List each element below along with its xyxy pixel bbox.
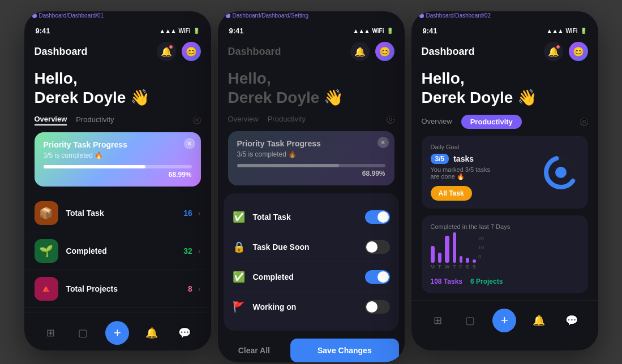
signal-icons-2: ▲▲▲ WiFi 🔋 <box>353 28 393 34</box>
notification-dot-1 <box>169 45 173 49</box>
signal-icons-1: ▲▲▲ WiFi 🔋 <box>160 28 200 34</box>
header-1: Dashboard 🔔 😊 <box>24 38 211 66</box>
toggle-due-soon[interactable] <box>365 240 390 254</box>
y-axis-labels: 20 10 0 <box>478 236 484 270</box>
close-button-2[interactable]: ✕ <box>378 137 389 148</box>
status-bar-2: 9:41 ▲▲▲ WiFi 🔋 <box>218 21 405 38</box>
bar-chart: M T W T F <box>431 236 477 270</box>
list-item-total-task[interactable]: 📦 Total Task 16 › <box>24 194 211 232</box>
tabs-2: Overview Productivity ⚙ <box>218 115 405 131</box>
nav-chat-3[interactable]: 💬 <box>561 310 582 331</box>
progress-bar-bg-1 <box>44 165 192 168</box>
settings-footer: Clear All Save Changes <box>218 331 405 362</box>
setting-icon-2: 🔒 <box>233 241 245 253</box>
bar-t1: T <box>438 253 441 270</box>
chart-area: M T W T F <box>431 236 579 273</box>
clear-all-button[interactable]: Clear All <box>224 339 285 362</box>
nav-add-1[interactable]: + <box>105 321 129 345</box>
toggle-thumb-2 <box>366 241 378 253</box>
completed-count: 32 <box>183 246 192 255</box>
arrow-icon-2: › <box>198 246 201 255</box>
notification-icon-3[interactable]: 🔔 <box>544 42 563 61</box>
tab-productivity-3[interactable]: Productivity <box>461 115 522 129</box>
toggle-completed[interactable] <box>365 270 390 284</box>
toggle-working-on[interactable] <box>365 300 390 314</box>
projects-icon: 🔺 <box>35 277 58 301</box>
tab-settings-2[interactable]: ⚙ <box>387 116 394 124</box>
toggle-total-task[interactable] <box>365 210 390 224</box>
projects-label: Total Projects <box>66 284 188 293</box>
tab-overview-3[interactable]: Overview <box>422 117 452 127</box>
bar-f: F <box>460 256 463 270</box>
setting-label-4: Working on <box>253 302 365 311</box>
tab-settings-1[interactable]: ⚙ <box>193 116 201 124</box>
priority-card-title-1: Priority Task Progress <box>44 140 192 149</box>
tab-productivity-1[interactable]: Productivity <box>76 115 114 125</box>
setting-icon-4: 🚩 <box>233 301 245 313</box>
avatar-1[interactable]: 😊 <box>182 42 201 61</box>
progress-bar-fill-1 <box>44 165 146 168</box>
header-title-2: Dashboard <box>228 46 281 58</box>
notification-icon-1[interactable]: 🔔 <box>157 42 176 61</box>
nav-square-1[interactable]: ▢ <box>73 323 93 343</box>
avatar-3[interactable]: 😊 <box>569 42 588 61</box>
goal-badge: 3/5 <box>431 154 449 164</box>
greeting-text-1: Hello,Derek Doyle 👋 <box>35 69 201 107</box>
greeting-2: Hello,Derek Doyle 👋 <box>218 66 405 115</box>
list-item-completed[interactable]: 🌱 Completed 32 › <box>24 232 211 270</box>
priority-card-2: Priority Task Progress 3/5 is completed … <box>228 131 394 185</box>
chart-card: Completed in the last 7 Days M T W <box>422 215 588 293</box>
tab-overview-1[interactable]: Overview <box>35 115 67 125</box>
progress-bar-fill-2 <box>237 164 340 167</box>
list-item-projects[interactable]: 🔺 Total Projects 8 › <box>24 270 211 308</box>
setting-icon-3: ✅ <box>233 271 245 283</box>
tab-productivity-2[interactable]: Productivity <box>268 115 306 124</box>
goal-count-row: 3/5 tasks <box>431 154 537 164</box>
setting-due-soon: 🔒 Task Due Soon <box>233 232 390 262</box>
goal-tasks-label: tasks <box>453 154 474 163</box>
screens-container: Dashboard/Dashboard/01 9:41 ▲▲▲ WiFi 🔋 D… <box>24 11 598 362</box>
toggle-thumb-4 <box>366 301 378 313</box>
header-2: Dashboard 🔔 😊 <box>218 38 405 66</box>
avatar-2[interactable]: 😊 <box>375 42 394 61</box>
nav-square-3[interactable]: ▢ <box>460 310 481 331</box>
priority-card-title-2: Priority Task Progress <box>237 139 385 148</box>
priority-card-1: Priority Task Progress 3/5 is completed … <box>35 132 201 187</box>
close-button-1[interactable]: ✕ <box>184 138 195 149</box>
tab-overview-2[interactable]: Overview <box>228 115 259 124</box>
arrow-icon-3: › <box>198 284 201 293</box>
notification-dot-3 <box>556 45 560 49</box>
toggle-thumb-1 <box>378 211 389 223</box>
greeting-text-3: Hello,Derek Doyle 👋 <box>422 69 588 107</box>
bottom-nav-1: ⊞ ▢ + 🔔 💬 <box>24 313 211 350</box>
signal-icons-3: ▲▲▲ WiFi 🔋 <box>547 28 587 34</box>
goal-chart <box>543 154 579 190</box>
greeting-3: Hello,Derek Doyle 👋 <box>411 66 598 115</box>
header-icons-2: 🔔 😊 <box>350 42 394 61</box>
setting-label-2: Task Due Soon <box>253 242 365 252</box>
time-1: 9:41 <box>36 27 50 35</box>
total-task-count: 16 <box>183 209 192 218</box>
nav-grid-3[interactable]: ⊞ <box>427 310 448 331</box>
projects-count: 8 <box>188 284 192 293</box>
header-title-3: Dashboard <box>422 46 475 58</box>
screen-2: Dashboard/Dashboard/Setting 9:41 ▲▲▲ WiF… <box>218 11 405 362</box>
bottom-nav-3: ⊞ ▢ + 🔔 💬 <box>411 300 598 338</box>
nav-add-3[interactable]: + <box>492 309 516 332</box>
tabs-1: Overview Productivity ⚙ <box>24 115 211 132</box>
header-icons-3: 🔔 😊 <box>544 42 588 61</box>
status-bar-3: 9:41 ▲▲▲ WiFi 🔋 <box>411 21 598 38</box>
arrow-icon-1: › <box>198 209 201 218</box>
setting-working-on: 🚩 Working on <box>233 292 390 322</box>
bar-t2: T <box>453 232 456 270</box>
nav-bell-3[interactable]: 🔔 <box>529 310 549 331</box>
svg-point-2 <box>555 167 567 178</box>
nav-grid-1[interactable]: ⊞ <box>40 323 61 343</box>
nav-bell-1[interactable]: 🔔 <box>141 323 162 343</box>
nav-chat-1[interactable]: 💬 <box>174 323 195 343</box>
donut-chart <box>543 154 579 190</box>
notification-icon-2[interactable]: 🔔 <box>350 42 370 61</box>
save-changes-button[interactable]: Save Changes <box>290 339 398 362</box>
all-task-button[interactable]: All Task <box>431 186 472 201</box>
tab-settings-3[interactable]: ⚙ <box>580 118 588 126</box>
